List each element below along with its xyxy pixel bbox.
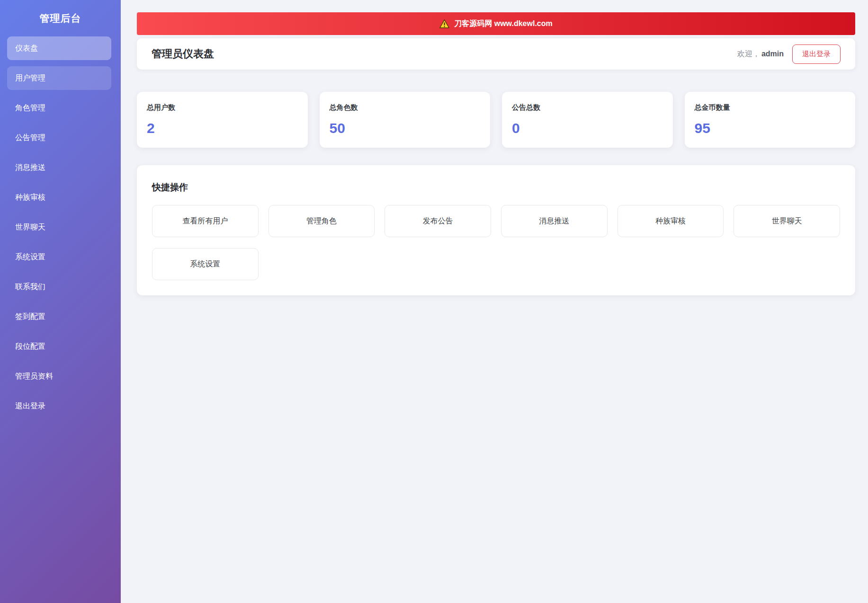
- quick-action-button[interactable]: 世界聊天: [734, 205, 840, 237]
- main-content: 刀客源码网 www.dkewl.com 管理员仪表盘 欢迎，admin 退出登录…: [121, 0, 868, 295]
- sidebar-item[interactable]: 公告管理: [7, 126, 111, 150]
- sidebar: 管理后台 仪表盘 用户管理 角色管理 公告管理 消息推送 种族审核: [0, 0, 121, 603]
- sidebar-item[interactable]: 种族审核: [7, 186, 111, 209]
- stat-label: 总金币数量: [695, 103, 845, 112]
- page-title: 管理员仪表盘: [152, 47, 214, 61]
- sidebar-title: 管理后台: [0, 0, 121, 36]
- welcome-prefix: 欢迎，: [737, 50, 760, 58]
- sidebar-item[interactable]: 管理员资料: [7, 364, 111, 388]
- sidebar-item[interactable]: 消息推送: [7, 156, 111, 179]
- sidebar-item-label: 签到配置: [15, 312, 45, 320]
- sidebar-item-label: 系统设置: [15, 253, 45, 261]
- sidebar-item[interactable]: 角色管理: [7, 96, 111, 120]
- stat-value: 0: [512, 120, 662, 136]
- sidebar-item-label: 公告管理: [15, 133, 45, 142]
- sidebar-item-label: 联系我们: [15, 283, 45, 291]
- sidebar-item-label: 用户管理: [15, 74, 45, 82]
- sidebar-item[interactable]: 退出登录: [7, 394, 111, 418]
- banner-text: 刀客源码网 www.dkewl.com: [454, 19, 552, 29]
- quick-actions-title: 快捷操作: [152, 181, 840, 194]
- sidebar-item[interactable]: 联系我们: [7, 275, 111, 299]
- logout-button[interactable]: 退出登录: [792, 44, 841, 64]
- sidebar-item-label: 世界聊天: [15, 223, 45, 231]
- quick-action-button[interactable]: 系统设置: [152, 248, 259, 280]
- sidebar-item[interactable]: 系统设置: [7, 245, 111, 269]
- welcome-text: 欢迎，admin: [737, 49, 784, 59]
- sidebar-item[interactable]: 段位配置: [7, 335, 111, 358]
- quick-action-button[interactable]: 发布公告: [385, 205, 491, 237]
- sidebar-item-label: 消息推送: [15, 163, 45, 171]
- stat-card: 总金币数量 95: [685, 92, 856, 148]
- sidebar-item-label: 退出登录: [15, 402, 45, 410]
- sidebar-item-label: 角色管理: [15, 104, 45, 112]
- stat-value: 95: [695, 120, 845, 136]
- sidebar-item-label: 仪表盘: [15, 44, 38, 52]
- stats-row: 总用户数 2 总角色数 50 公告总数 0 总金币数量 95: [137, 92, 855, 148]
- stat-label: 总用户数: [147, 103, 297, 112]
- sidebar-nav: 仪表盘 用户管理 角色管理 公告管理 消息推送 种族审核 世界聊天: [0, 36, 121, 418]
- page-header: 管理员仪表盘 欢迎，admin 退出登录: [137, 38, 855, 70]
- sidebar-item-label: 段位配置: [15, 342, 45, 350]
- stat-label: 总角色数: [330, 103, 480, 112]
- sidebar-item[interactable]: 世界聊天: [7, 215, 111, 239]
- username: admin: [761, 50, 784, 58]
- quick-actions-grid: 查看所有用户 管理角色 发布公告 消息推送 种族审核 世界聊天 系统设置: [152, 205, 840, 280]
- stat-value: 50: [330, 120, 480, 136]
- sidebar-item[interactable]: 签到配置: [7, 305, 111, 328]
- quick-action-button[interactable]: 管理角色: [268, 205, 375, 237]
- stat-card: 公告总数 0: [502, 92, 673, 148]
- sidebar-item-label: 种族审核: [15, 193, 45, 201]
- quick-actions-card: 快捷操作 查看所有用户 管理角色 发布公告 消息推送 种族审核 世界聊天 系统设…: [137, 165, 855, 295]
- quick-action-button[interactable]: 查看所有用户: [152, 205, 259, 237]
- stat-card: 总用户数 2: [137, 92, 308, 148]
- header-right: 欢迎，admin 退出登录: [737, 44, 841, 64]
- warning-icon: [439, 19, 449, 28]
- notice-banner: 刀客源码网 www.dkewl.com: [137, 12, 855, 35]
- quick-action-button[interactable]: 消息推送: [501, 205, 608, 237]
- stat-label: 公告总数: [512, 103, 662, 112]
- stat-card: 总角色数 50: [320, 92, 491, 148]
- quick-action-button[interactable]: 种族审核: [617, 205, 724, 237]
- sidebar-item-label: 管理员资料: [15, 372, 53, 380]
- sidebar-item[interactable]: 用户管理: [7, 66, 111, 90]
- sidebar-item[interactable]: 仪表盘: [7, 36, 111, 60]
- stat-value: 2: [147, 120, 297, 136]
